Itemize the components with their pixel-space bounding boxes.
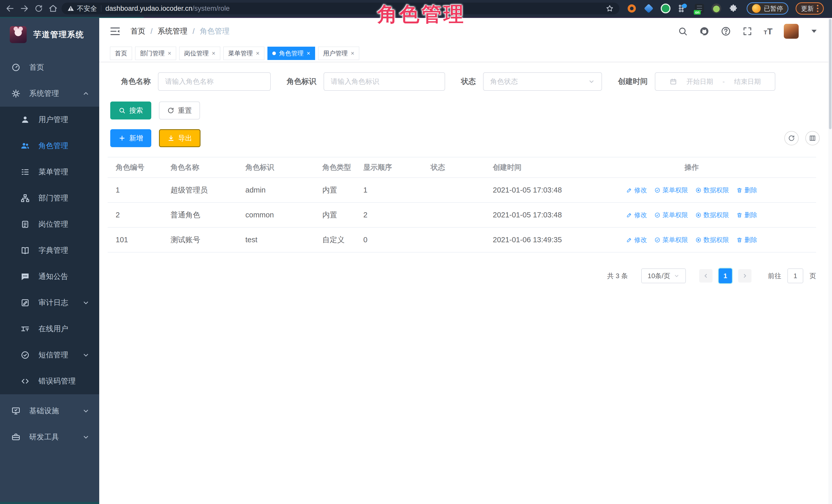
chevron-down-icon [82, 351, 89, 359]
extension-dark-on-icon[interactable]: on [694, 3, 705, 14]
url-host: dashboard.yudao.iocoder.cn [105, 5, 192, 12]
close-icon[interactable]: × [256, 50, 259, 56]
close-icon[interactable]: × [168, 50, 171, 56]
cell-role-id: 101 [108, 236, 171, 244]
help-icon[interactable] [721, 26, 731, 36]
scrollbar-thumb[interactable] [829, 19, 831, 129]
chevron-down-icon [82, 407, 89, 415]
sidebar-item-home[interactable]: 首页 [0, 54, 99, 80]
goto-page-input[interactable] [787, 268, 803, 283]
delete-link[interactable]: 删除 [736, 236, 757, 244]
tab-home[interactable]: 首页 [110, 47, 132, 60]
sidebar-item-online-users[interactable]: 在线用户 [0, 316, 99, 342]
next-page-button[interactable] [738, 269, 752, 283]
add-button[interactable]: 新增 [110, 129, 151, 147]
delete-link[interactable]: 删除 [736, 186, 757, 194]
url-text[interactable]: dashboard.yudao.iocoder.cn/system/role [105, 5, 230, 12]
sidebar-item-role-mgmt[interactable]: 角色管理 [0, 133, 99, 159]
sidebar-item-dept-mgmt[interactable]: 部门管理 [0, 185, 99, 211]
menu-permission-link[interactable]: 菜单权限 [654, 186, 688, 194]
circle-dot-icon [695, 187, 702, 193]
goto-label: 前往 [768, 271, 781, 281]
profile-paused-badge[interactable]: 已暂停 [747, 2, 788, 15]
bookmark-star-icon[interactable] [606, 4, 614, 12]
edit-link[interactable]: 修改 [626, 211, 647, 219]
page-size-select[interactable]: 10条/页 [641, 268, 686, 283]
data-permission-link[interactable]: 数据权限 [695, 211, 729, 219]
tab-post[interactable]: 岗位管理× [179, 47, 220, 60]
current-page-button[interactable]: 1 [719, 268, 732, 283]
browser-update-button[interactable]: 更新 [796, 2, 824, 15]
extension-green-icon[interactable] [660, 3, 671, 14]
security-warning[interactable]: 不安全 [67, 4, 97, 13]
cell-role-name: 测试账号 [171, 235, 245, 245]
browser-home-icon[interactable] [47, 3, 59, 15]
edit-link[interactable]: 修改 [626, 236, 647, 244]
end-date-placeholder[interactable]: 结束日期 [734, 77, 761, 86]
edit-link[interactable]: 修改 [626, 186, 647, 194]
start-date-placeholder[interactable]: 开始日期 [686, 77, 713, 86]
extension-gem-icon[interactable] [644, 3, 654, 14]
export-button[interactable]: 导出 [159, 129, 201, 147]
sidebar-item-label: 在线用户 [38, 324, 68, 334]
sidebar-item-menu-mgmt[interactable]: 菜单管理 [0, 159, 99, 185]
github-icon[interactable] [699, 26, 709, 36]
data-permission-link[interactable]: 数据权限 [695, 236, 729, 244]
search-button[interactable]: 搜索 [110, 102, 151, 120]
sidebar-item-audit-log[interactable]: 审计日志 [0, 290, 99, 316]
menu-permission-link[interactable]: 菜单权限 [654, 211, 688, 219]
extensions-puzzle-icon[interactable] [728, 3, 738, 14]
prev-page-button[interactable] [699, 269, 712, 283]
close-icon[interactable]: × [212, 50, 215, 56]
tab-dept[interactable]: 部门管理× [135, 47, 176, 60]
data-permission-link[interactable]: 数据权限 [695, 186, 729, 194]
fullscreen-icon[interactable] [742, 26, 753, 36]
create-time-range-picker[interactable]: 开始日期 - 结束日期 [655, 72, 775, 91]
browser-reload-icon[interactable] [33, 3, 45, 15]
sidebar-item-error-code[interactable]: 错误码管理 [0, 368, 99, 394]
search-icon[interactable] [678, 26, 688, 36]
extension-grid-icon[interactable] [677, 3, 688, 14]
menu-permission-link[interactable]: 菜单权限 [654, 236, 688, 244]
sidebar-item-dict-mgmt[interactable]: 字典管理 [0, 237, 99, 264]
sidebar: 芋道管理系统 首页 系统管理 用户管理 角色管理 [0, 18, 99, 504]
browser-scrollbar[interactable] [828, 18, 832, 504]
sidebar-item-sms-mgmt[interactable]: 短信管理 [0, 342, 99, 368]
close-icon[interactable]: × [307, 50, 310, 56]
tab-menu[interactable]: 菜单管理× [223, 47, 264, 60]
app-logo-block[interactable]: 芋道管理系统 [0, 18, 99, 50]
chevron-left-icon [703, 273, 709, 279]
org-tree-icon [21, 193, 30, 203]
column-settings-button[interactable] [805, 131, 820, 145]
extension-monkey-icon[interactable] [711, 3, 722, 14]
breadcrumb-home[interactable]: 首页 [130, 26, 146, 36]
user-avatar[interactable] [784, 24, 799, 39]
browser-menu-icon[interactable] [817, 5, 818, 12]
tab-user[interactable]: 用户管理× [318, 47, 359, 60]
sidebar-item-infrastructure[interactable]: 基础设施 [0, 398, 99, 424]
role-key-input[interactable] [323, 72, 445, 91]
delete-link[interactable]: 删除 [736, 211, 757, 219]
font-size-icon[interactable]: TT [764, 26, 773, 36]
sidebar-item-label: 岗位管理 [38, 219, 68, 230]
role-name-input[interactable] [158, 72, 271, 91]
browser-back-icon[interactable] [4, 3, 16, 15]
breadcrumb-system[interactable]: 系统管理 [158, 26, 187, 36]
sidebar-item-user-mgmt[interactable]: 用户管理 [0, 107, 99, 133]
sidebar-item-label: 系统管理 [29, 88, 59, 99]
table-header-row: 角色编号 角色名称 角色标识 角色类型 显示顺序 状态 创建时间 操作 [108, 157, 816, 178]
sidebar-item-post-mgmt[interactable]: 岗位管理 [0, 211, 99, 237]
status-select[interactable]: 角色状态 [483, 72, 602, 91]
extension-orange-icon[interactable] [627, 3, 637, 14]
address-bar[interactable]: 不安全 dashboard.yudao.iocoder.cn/system/ro… [61, 3, 620, 15]
tab-role[interactable]: 角色管理× [267, 47, 315, 60]
sidebar-item-notice[interactable]: 通知公告 [0, 264, 99, 290]
hamburger-icon[interactable] [109, 26, 121, 37]
sidebar-item-dev-tools[interactable]: 研发工具 [0, 424, 99, 450]
close-icon[interactable]: × [351, 50, 354, 56]
browser-forward-icon[interactable] [19, 3, 30, 15]
refresh-table-button[interactable] [784, 131, 799, 145]
sidebar-item-system[interactable]: 系统管理 [0, 80, 99, 107]
avatar-caret-down-icon[interactable] [811, 30, 816, 33]
reset-button[interactable]: 重置 [159, 102, 200, 120]
